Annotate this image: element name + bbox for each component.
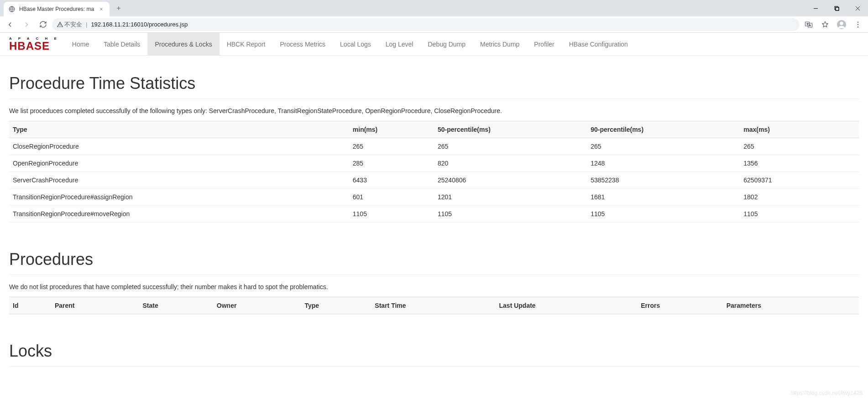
- column-header: Parent: [51, 297, 139, 314]
- not-secure-indicator[interactable]: 不安全: [57, 21, 82, 29]
- bookmark-star-icon[interactable]: [818, 17, 832, 32]
- nav-links: HomeTable DetailsProcedures & LocksHBCK …: [65, 33, 635, 55]
- stats-table: Typemin(ms)50-percentile(ms)90-percentil…: [9, 121, 859, 223]
- table-cell: CloseRegionProcedure: [9, 138, 349, 155]
- tab-bar: HBase Master Procedures: ma: [0, 0, 868, 16]
- column-header: min(ms): [349, 121, 434, 138]
- column-header: Id: [9, 297, 51, 314]
- url-text: 192.168.11.21:16010/procedures.jsp: [91, 21, 188, 28]
- tab-title: HBase Master Procedures: ma: [19, 6, 94, 12]
- svg-point-9: [858, 24, 858, 25]
- main-content: Procedure Time Statistics We list proced…: [0, 56, 868, 399]
- window-controls: [805, 1, 868, 16]
- browser-tab[interactable]: HBase Master Procedures: ma: [4, 2, 110, 16]
- column-header: State: [139, 297, 213, 314]
- column-header: Owner: [213, 297, 301, 314]
- table-cell: 62509371: [740, 172, 859, 189]
- stats-intro: We list proceduces completed successfull…: [9, 107, 859, 114]
- column-header: Start Time: [371, 297, 495, 314]
- nav-link[interactable]: Procedures & Locks: [147, 33, 219, 55]
- table-cell: 1356: [740, 155, 859, 172]
- table-cell: 25240806: [434, 172, 587, 189]
- table-cell: 601: [349, 189, 434, 206]
- reload-button[interactable]: [36, 17, 50, 32]
- page-navbar: A P A C H E HBASE HomeTable DetailsProce…: [0, 33, 868, 56]
- browser-chrome: HBase Master Procedures: ma 不安全: [0, 0, 868, 33]
- nav-link[interactable]: HBase Configuration: [562, 33, 635, 55]
- column-header: Parameters: [723, 297, 859, 314]
- procedures-heading: Procedures: [9, 250, 859, 269]
- table-cell: 1105: [740, 206, 859, 223]
- table-row: OpenRegionProcedure28582012481356: [9, 155, 859, 172]
- nav-link[interactable]: Local Logs: [333, 33, 378, 55]
- brand-logo[interactable]: A P A C H E HBASE: [4, 33, 65, 55]
- column-header: Type: [301, 297, 371, 314]
- procedures-table: IdParentStateOwnerTypeStart TimeLast Upd…: [9, 297, 859, 314]
- svg-point-7: [840, 21, 843, 25]
- table-cell: 265: [349, 138, 434, 155]
- column-header: 90-percentile(ms): [587, 121, 740, 138]
- column-header: Last Update: [496, 297, 638, 314]
- column-header: max(ms): [740, 121, 859, 138]
- table-row: TransitionRegionProcedure#moveRegion1105…: [9, 206, 859, 223]
- nav-link[interactable]: Log Level: [378, 33, 421, 55]
- nav-link[interactable]: Profiler: [527, 33, 561, 55]
- profile-avatar-icon[interactable]: [834, 17, 849, 32]
- column-header: 50-percentile(ms): [434, 121, 587, 138]
- table-cell: 820: [434, 155, 587, 172]
- table-cell: 1105: [349, 206, 434, 223]
- divider: [9, 275, 859, 275]
- maximize-button[interactable]: [826, 1, 847, 16]
- table-header-row: IdParentStateOwnerTypeStart TimeLast Upd…: [9, 297, 859, 314]
- nav-link[interactable]: Process Metrics: [272, 33, 333, 55]
- table-cell: 265: [587, 138, 740, 155]
- table-header-row: Typemin(ms)50-percentile(ms)90-percentil…: [9, 121, 859, 138]
- not-secure-label: 不安全: [64, 21, 82, 29]
- table-cell: ServerCrashProcedure: [9, 172, 349, 189]
- nav-link[interactable]: Table Details: [96, 33, 147, 55]
- table-cell: 1802: [740, 189, 859, 206]
- svg-point-8: [858, 21, 858, 22]
- browser-menu-icon[interactable]: [851, 17, 865, 32]
- table-cell: 1681: [587, 189, 740, 206]
- nav-link[interactable]: Debug Dump: [421, 33, 473, 55]
- close-window-button[interactable]: [847, 1, 868, 16]
- locks-heading: Locks: [9, 342, 859, 361]
- forward-button[interactable]: [19, 17, 34, 32]
- translate-icon[interactable]: [801, 17, 816, 32]
- svg-point-10: [858, 26, 858, 27]
- address-bar-row: 不安全 | 192.168.11.21:16010/procedures.jsp: [0, 16, 868, 33]
- minimize-button[interactable]: [805, 1, 826, 16]
- back-button[interactable]: [3, 17, 17, 32]
- table-cell: 53852238: [587, 172, 740, 189]
- globe-icon: [8, 5, 16, 13]
- omnibox-separator: |: [86, 21, 87, 28]
- table-cell: 1248: [587, 155, 740, 172]
- nav-link[interactable]: Home: [65, 33, 96, 55]
- warning-icon: [57, 21, 63, 28]
- table-row: TransitionRegionProcedure#assignRegion60…: [9, 189, 859, 206]
- table-cell: TransitionRegionProcedure#moveRegion: [9, 206, 349, 223]
- nav-link[interactable]: Metrics Dump: [473, 33, 527, 55]
- close-tab-icon[interactable]: [98, 5, 105, 13]
- table-cell: OpenRegionProcedure: [9, 155, 349, 172]
- table-cell: 6433: [349, 172, 434, 189]
- table-cell: 265: [434, 138, 587, 155]
- column-header: Type: [9, 121, 349, 138]
- table-cell: 285: [349, 155, 434, 172]
- table-row: CloseRegionProcedure265265265265: [9, 138, 859, 155]
- omnibox[interactable]: 不安全 | 192.168.11.21:16010/procedures.jsp: [52, 18, 800, 31]
- new-tab-button[interactable]: [112, 2, 125, 15]
- table-row: ServerCrashProcedure64332524080653852238…: [9, 172, 859, 189]
- table-cell: TransitionRegionProcedure#assignRegion: [9, 189, 349, 206]
- column-header: Errors: [637, 297, 723, 314]
- divider: [9, 98, 859, 99]
- procedures-intro: We do not list procedures that have comp…: [9, 283, 859, 290]
- stats-heading: Procedure Time Statistics: [9, 74, 859, 93]
- table-cell: 1105: [434, 206, 587, 223]
- nav-link[interactable]: HBCK Report: [220, 33, 273, 55]
- table-cell: 1201: [434, 189, 587, 206]
- table-cell: 265: [740, 138, 859, 155]
- divider: [9, 366, 859, 367]
- brand-main-text: HBASE: [9, 41, 59, 52]
